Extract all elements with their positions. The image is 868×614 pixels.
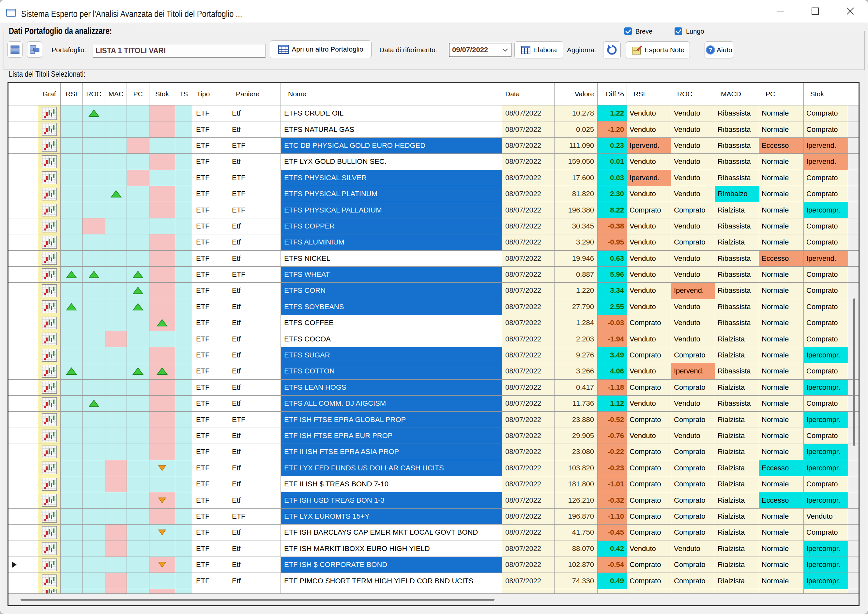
row-selector-cell[interactable]	[8, 476, 38, 492]
apri-portafoglio-button[interactable]: Apri un altro Portafoglio	[270, 40, 372, 58]
table-row[interactable]: ETFETFETC DB PHYSICAL GOLD EURO HEDGED08…	[8, 138, 859, 154]
column-header-stok[interactable]: Stok	[149, 83, 175, 106]
row-selector-cell[interactable]	[8, 186, 38, 202]
column-header-rsi[interactable]: RSI	[60, 83, 82, 106]
minimize-button[interactable]	[768, 0, 792, 22]
cell-nome[interactable]: ETF ISH FTSE EPRA GLOBAL PROP	[281, 412, 502, 427]
cell-nome[interactable]: ETF ISH $ CORPORATE BOND	[281, 557, 502, 573]
row-selector-cell[interactable]	[8, 106, 38, 121]
column-header-data[interactable]: Data	[502, 83, 555, 106]
cell-nome[interactable]: ETF PIMCO SHORT TERM HIGH YIELD COR BND …	[281, 573, 502, 589]
cell-nome[interactable]: ETF ISH MARKIT IBOXX EURO HIGH YIELD	[281, 541, 502, 557]
table-row[interactable]: ETFEtfETFS ALL COMM. DJ AIGCISM08/07/202…	[8, 396, 859, 412]
row-selector-cell[interactable]	[8, 283, 38, 298]
table-row[interactable]: ETFEtfETFS COCOA08/07/20222.203-1.94Vend…	[8, 331, 859, 347]
graf-chart-button[interactable]	[38, 573, 60, 589]
table-row[interactable]: ETFEtfETFS COTTON08/07/20223.2664.06Vend…	[8, 363, 859, 379]
row-selector-cell[interactable]	[8, 396, 38, 412]
row-selector-cell[interactable]	[8, 444, 38, 460]
table-row[interactable]: ETFETFETF ISH FTSE EPRA GLOBAL PROP08/07…	[8, 412, 859, 427]
esporta-note-button[interactable]: Esporta Note	[626, 42, 690, 58]
graf-chart-button[interactable]	[38, 299, 60, 315]
graf-chart-button[interactable]	[38, 106, 60, 121]
column-header-mac[interactable]: MAC	[105, 83, 127, 106]
view-windows-button[interactable]	[27, 42, 42, 58]
table-row[interactable]: ETFEtfETF ISH FTSE EPRA EUR PROP08/07/20…	[8, 428, 859, 444]
row-selector-cell[interactable]	[8, 428, 38, 444]
table-row[interactable]: ETFEtfETFS LEAN HOGS08/07/20220.417-1.18…	[8, 379, 859, 396]
refresh-button[interactable]	[603, 42, 621, 58]
graf-chart-button[interactable]	[38, 428, 60, 444]
horizontal-scrollbar-thumb[interactable]	[20, 598, 494, 601]
table-row[interactable]: ETFEtfETF LYX GOLD BULLION SEC.08/07/202…	[8, 154, 859, 170]
row-selector-cell[interactable]	[8, 508, 38, 525]
table-row[interactable]: ETFETFETFS PHYSICAL PALLADIUM08/07/20221…	[8, 202, 859, 218]
column-header-macd[interactable]: MACD	[715, 83, 759, 106]
lungo-checkbox[interactable]	[674, 27, 682, 35]
vertical-scrollbar-thumb[interactable]	[853, 298, 855, 446]
row-selector-cell[interactable]	[8, 525, 38, 541]
row-selector-cell[interactable]	[8, 299, 38, 315]
graf-chart-button[interactable]	[38, 347, 60, 363]
table-row[interactable]: ETFETFETFS PHYSICAL PLATINUM08/07/202281…	[8, 186, 859, 202]
view-list-button[interactable]	[8, 42, 23, 58]
graf-chart-button[interactable]	[38, 202, 60, 218]
cell-nome[interactable]: ETC DB PHYSICAL GOLD EURO HEDGED	[281, 138, 502, 154]
graf-chart-button[interactable]	[38, 444, 60, 460]
graf-chart-button[interactable]	[38, 283, 60, 298]
column-header-nome[interactable]: Nome	[281, 83, 502, 106]
row-selector-cell[interactable]	[8, 315, 38, 331]
table-row[interactable]: ETFEtfETFS NICKEL08/07/202219.9460.63Ven…	[8, 251, 859, 267]
cell-nome[interactable]: ETFS CORN	[281, 283, 502, 298]
row-selector-cell[interactable]	[8, 492, 38, 508]
row-selector-cell[interactable]	[8, 557, 38, 573]
graf-chart-button[interactable]	[38, 476, 60, 492]
row-selector-cell[interactable]	[8, 121, 38, 137]
graf-chart-button[interactable]	[38, 460, 60, 476]
column-header-valore[interactable]: Valore	[555, 83, 598, 106]
graf-chart-button[interactable]	[38, 138, 60, 154]
cell-nome[interactable]: ETF LYX GOLD BULLION SEC.	[281, 154, 502, 170]
row-selector-cell[interactable]	[8, 138, 38, 154]
portafoglio-input[interactable]: LISTA 1 TITOLI VARI	[93, 44, 265, 58]
table-row[interactable]: ETFEtfETFS SOYBEANS08/07/202227.7902.55V…	[8, 299, 859, 315]
cell-nome[interactable]: ETFS PHYSICAL SILVER	[281, 170, 502, 186]
cell-nome[interactable]: ETFS NICKEL	[281, 251, 502, 267]
cell-nome[interactable]: ETFS WHEAT	[281, 267, 502, 283]
aiuto-button[interactable]: ? Aiuto	[705, 42, 733, 58]
cell-nome[interactable]: ETFS SOYBEANS	[281, 299, 502, 315]
row-selector-cell[interactable]	[8, 154, 38, 170]
cell-nome[interactable]: ETFS PHYSICAL PLATINUM	[281, 186, 502, 202]
table-row[interactable]: ETFETFETFS PHYSICAL SILVER08/07/202217.6…	[8, 170, 859, 186]
cell-nome[interactable]: ETF II ISH $ TREAS BOND 7-10	[281, 476, 502, 492]
graf-chart-button[interactable]	[38, 396, 60, 412]
graf-chart-button[interactable]	[38, 492, 60, 508]
cell-nome[interactable]: ETFS NATURAL GAS	[281, 121, 502, 137]
row-selector-cell[interactable]	[8, 170, 38, 186]
graf-chart-button[interactable]	[38, 379, 60, 396]
breve-checkbox[interactable]	[624, 27, 632, 35]
row-selector-cell[interactable]	[8, 235, 38, 250]
table-row[interactable]: ETFEtfETFS NATURAL GAS08/07/20220.025-1.…	[8, 121, 859, 137]
cell-nome[interactable]: ETF II ISH FTSE EPRA ASIA PROP	[281, 444, 502, 460]
table-row[interactable]: ETFEtfETFS SUGAR08/07/20229.2763.49Compr…	[8, 347, 859, 363]
graf-chart-button[interactable]	[38, 315, 60, 331]
cell-nome[interactable]: ETFS COFFEE	[281, 315, 502, 331]
row-selector-cell[interactable]	[8, 363, 38, 379]
table-row[interactable]: ETFEtfETF II ISH $ TREAS BOND 7-1008/07/…	[8, 476, 859, 492]
row-selector-cell[interactable]	[8, 412, 38, 427]
column-header-ts[interactable]: TS	[175, 83, 192, 106]
table-row[interactable]: ETFEtfETF ISH $ CORPORATE BOND08/07/2022…	[8, 557, 859, 573]
row-selector-cell[interactable]	[8, 379, 38, 396]
graf-chart-button[interactable]	[38, 331, 60, 347]
graf-chart-button[interactable]	[38, 589, 60, 594]
table-row[interactable]: ETFEtfETFS COPPER08/07/202230.345-0.38Ve…	[8, 218, 859, 235]
close-button[interactable]	[838, 0, 862, 22]
table-row[interactable]: ETFEtfETF ISH USD TREAS BON 1-308/07/202…	[8, 492, 859, 508]
cell-nome[interactable]: ETFS PHYSICAL PALLADIUM	[281, 202, 502, 218]
table-row[interactable]: ETFEtfETFS CRUDE OIL08/07/202210.2781.22…	[8, 106, 859, 121]
graf-chart-button[interactable]	[38, 508, 60, 525]
graf-chart-button[interactable]	[38, 154, 60, 170]
maximize-button[interactable]	[803, 0, 827, 22]
table-row[interactable]: ETFEtfETFS CORN08/07/20221.2203.34Vendut…	[8, 283, 859, 298]
